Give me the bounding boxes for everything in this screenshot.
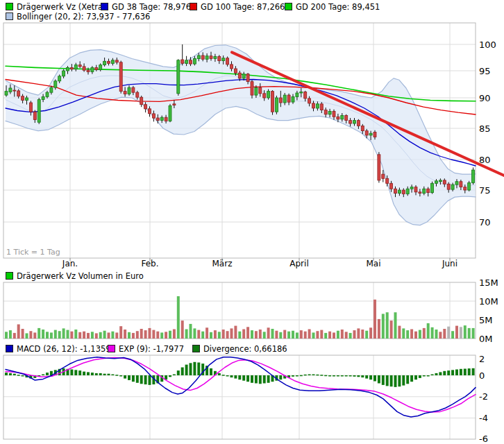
- volume-bar: [255, 331, 258, 339]
- y-axis-label-main: 75: [479, 185, 491, 196]
- legend-label: Bollinger (20, 2): 73,937 - 77,636: [17, 12, 150, 22]
- candle-down: [201, 56, 204, 59]
- volume-bar: [349, 333, 352, 339]
- candle-up: [103, 61, 106, 65]
- candle-down: [238, 73, 241, 78]
- candle-down: [337, 117, 339, 119]
- candle-up: [255, 87, 258, 95]
- candle-down: [226, 58, 229, 65]
- volume-bar: [46, 332, 49, 339]
- divergence-bar: [91, 373, 94, 375]
- candle-up: [169, 105, 171, 121]
- volume-bar: [33, 332, 36, 339]
- candle-up: [9, 88, 12, 92]
- divergence-bar: [451, 370, 454, 375]
- candle-up: [328, 111, 331, 114]
- y-axis-label-main: 80: [479, 155, 491, 165]
- candle-down: [349, 121, 352, 123]
- volume-bar: [128, 332, 131, 339]
- candle-down: [156, 118, 159, 121]
- volume-bar: [9, 330, 12, 339]
- volume-bar: [58, 331, 61, 339]
- candle-up: [267, 92, 270, 98]
- divergence-bar: [181, 368, 184, 376]
- y-axis-label-macd: -2: [479, 391, 488, 402]
- volume-bar: [234, 326, 237, 339]
- volume-swatch-icon: [6, 272, 13, 280]
- volume-bar: [414, 332, 417, 339]
- candle-up: [26, 98, 28, 101]
- volume-bar: [333, 332, 335, 339]
- volume-bar: [382, 314, 385, 339]
- candle-down: [320, 104, 323, 110]
- divergence-bar: [341, 375, 344, 377]
- chart-canvas[interactable]: 1009590858075701 Tick = 1 TagJan.Feb.Mär…: [0, 0, 504, 444]
- divergence-bar: [124, 375, 126, 379]
- candle-down: [78, 65, 81, 67]
- divergence-bar: [308, 375, 311, 376]
- volume-bar: [13, 333, 16, 339]
- candle-down: [263, 94, 266, 98]
- candle-down: [95, 67, 98, 69]
- divergence-bar: [443, 371, 446, 375]
- volume-bar: [357, 328, 360, 339]
- divergence-bar: [365, 375, 368, 379]
- candle-up: [275, 98, 278, 112]
- candle-down: [149, 109, 151, 114]
- volume-bar: [435, 330, 438, 339]
- divergence-bar: [472, 368, 475, 375]
- volume-bar: [144, 330, 147, 339]
- candle-up: [341, 116, 344, 119]
- legend-label: GD 38 Tage: 78,976: [112, 2, 191, 12]
- volume-bar: [190, 324, 192, 339]
- volume-bar: [177, 296, 180, 339]
- candle-down: [279, 98, 282, 103]
- candle-down: [140, 97, 143, 105]
- divergence-bar: [402, 375, 405, 386]
- candle-up: [67, 67, 69, 71]
- candle-up: [214, 57, 217, 59]
- candle-down: [345, 116, 348, 121]
- volume-bar: [152, 330, 155, 339]
- legend-label: Drägerwerk Vz Volumen in Euro: [17, 271, 144, 281]
- volume-bar: [50, 332, 53, 339]
- volume-bar: [201, 332, 204, 339]
- volume-bar: [169, 331, 171, 339]
- candle-up: [128, 87, 131, 94]
- divergence-bar: [304, 375, 307, 376]
- candle-down: [394, 189, 397, 193]
- divergence-bar: [373, 375, 376, 382]
- volume-bar: [17, 325, 20, 339]
- divergence-bar: [193, 362, 196, 375]
- divergence-bar: [382, 375, 385, 385]
- divergence-bar: [17, 375, 20, 376]
- divergence-bar: [149, 375, 151, 385]
- candle-down: [414, 187, 417, 192]
- candle-up: [410, 187, 413, 189]
- candle-up: [5, 92, 8, 96]
- y-axis-label-main: 90: [479, 93, 491, 103]
- divergence-bar: [369, 375, 372, 379]
- divergence-bar: [222, 375, 225, 376]
- divergence-bar: [246, 375, 249, 382]
- instrument-swatch-icon: [6, 3, 13, 10]
- volume-bar: [460, 327, 462, 339]
- candle-up: [316, 104, 319, 108]
- divergence-bar: [390, 375, 393, 386]
- candle-down: [464, 187, 467, 190]
- volume-bar: [136, 331, 139, 339]
- divergence-bar: [169, 375, 171, 377]
- divergence-bar: [140, 375, 143, 384]
- candle-up: [468, 182, 471, 190]
- legend-item-main-1: GD 38 Tage: 78,976: [101, 2, 191, 11]
- divergence-bar: [136, 375, 139, 383]
- divergence-bar: [292, 375, 294, 377]
- volume-bar: [361, 330, 364, 339]
- candle-down: [70, 67, 73, 69]
- candle-down: [304, 92, 307, 99]
- volume-bar: [337, 331, 339, 339]
- divergence-bar: [242, 375, 245, 381]
- candle-up: [74, 65, 77, 69]
- divergence-bar: [328, 375, 331, 377]
- divergence-bar: [263, 375, 266, 384]
